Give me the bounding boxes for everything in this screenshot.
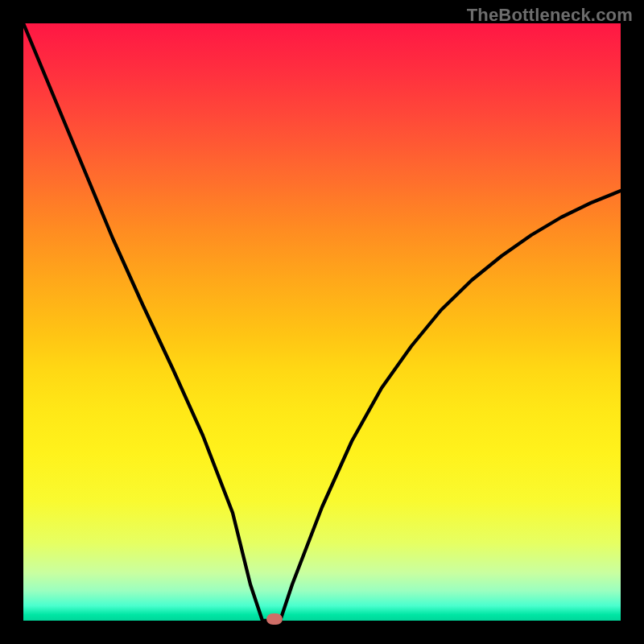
plot-area: [23, 23, 621, 621]
watermark-text: TheBottleneck.com: [467, 5, 633, 26]
chart-frame: TheBottleneck.com: [0, 0, 644, 644]
bottleneck-curve: [23, 23, 621, 621]
optimal-point-marker: [266, 613, 283, 625]
curve-path: [23, 23, 621, 621]
